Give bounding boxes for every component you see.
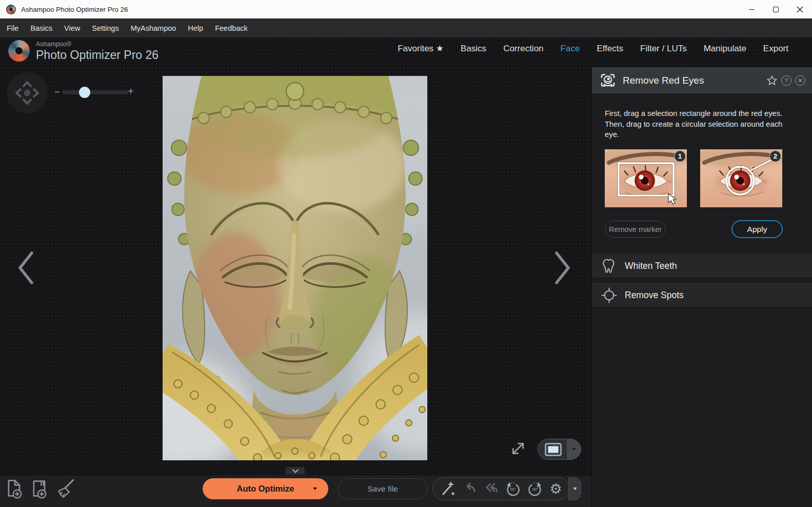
auto-optimize-button[interactable]: Auto Optimize bbox=[203, 478, 328, 499]
collapse-toolbar-tab[interactable] bbox=[286, 467, 305, 475]
tab-effects[interactable]: Effects bbox=[597, 44, 623, 54]
photo-canvas[interactable] bbox=[163, 76, 427, 460]
menu-settings[interactable]: Settings bbox=[92, 24, 118, 32]
tooth-icon bbox=[601, 258, 617, 274]
add-file-from-clipboard-button[interactable] bbox=[29, 478, 50, 501]
remove-red-eyes-panel: Remove Red Eyes ? ✕ First, drag a select… bbox=[591, 67, 812, 507]
remove-marker-button[interactable]: Remove marker bbox=[605, 221, 666, 238]
caret-down-icon bbox=[573, 488, 577, 490]
apply-button[interactable]: Apply bbox=[731, 220, 783, 238]
app-window: Ashampoo Photo Optimizer Pro 26 File Bas… bbox=[0, 0, 812, 507]
auto-optimize-label: Auto Optimize bbox=[237, 484, 294, 494]
settings-button[interactable]: ⚙ bbox=[549, 481, 562, 497]
rotate-right-label: 90° bbox=[527, 487, 543, 492]
minimize-button[interactable] bbox=[740, 0, 764, 18]
title-bar: Ashampoo Photo Optimizer Pro 26 bbox=[0, 0, 812, 18]
gear-icon: ⚙ bbox=[549, 481, 562, 497]
undo-icon bbox=[462, 481, 477, 495]
rotate-left-button[interactable]: 90° bbox=[505, 481, 521, 497]
undo-all-icon bbox=[483, 481, 499, 495]
favorite-star-icon[interactable] bbox=[766, 75, 778, 86]
remove-spots-section[interactable]: Remove Spots bbox=[592, 283, 812, 307]
step-badge: 2 bbox=[769, 150, 781, 162]
panel-header: Remove Red Eyes ? ✕ bbox=[592, 67, 812, 93]
add-file-icon bbox=[4, 478, 25, 499]
magic-wand-button[interactable] bbox=[440, 480, 455, 498]
maximize-button[interactable] bbox=[764, 0, 788, 18]
face-scan-icon bbox=[600, 72, 616, 89]
panel-instructions: First, drag a selection rectangle around… bbox=[605, 108, 787, 140]
app-logo: Ashampoo® Photo Optimizer Pro 26 bbox=[7, 39, 159, 63]
tab-correction[interactable]: Correction bbox=[503, 44, 543, 54]
fullscreen-button[interactable] bbox=[511, 441, 525, 456]
example-image-step2: 2 bbox=[700, 149, 782, 207]
menu-feedback[interactable]: Feedback bbox=[215, 24, 248, 32]
chevron-left-icon bbox=[17, 250, 34, 285]
menu-bar: File Basics View Settings MyAshampoo Hel… bbox=[0, 18, 812, 37]
example-image-step1: 1 bbox=[605, 149, 687, 207]
brand-name: Ashampoo® bbox=[36, 41, 159, 48]
tab-export[interactable]: Export bbox=[763, 44, 788, 54]
save-file-button[interactable]: Save file bbox=[338, 478, 428, 499]
tab-filter-luts[interactable]: Filter / LUTs bbox=[640, 44, 687, 54]
tab-manipulate[interactable]: Manipulate bbox=[704, 44, 746, 54]
app-icon bbox=[6, 5, 16, 14]
buddha-statue-image bbox=[163, 76, 427, 460]
pan-control[interactable] bbox=[7, 72, 48, 113]
close-icon bbox=[797, 6, 803, 13]
close-button[interactable] bbox=[788, 0, 812, 18]
main-nav-tabs: Favorites ★ Basics Correction Face Effec… bbox=[398, 43, 788, 54]
monitor-icon bbox=[545, 443, 562, 457]
menu-basics[interactable]: Basics bbox=[30, 24, 52, 32]
section-label: Remove Spots bbox=[625, 290, 684, 301]
chevron-down-icon bbox=[292, 469, 299, 473]
magic-wand-icon bbox=[440, 480, 455, 496]
zoom-slider-thumb[interactable] bbox=[79, 87, 90, 98]
minimize-icon bbox=[749, 9, 755, 10]
undo-all-button[interactable] bbox=[483, 481, 499, 497]
next-image-button[interactable] bbox=[554, 250, 571, 285]
pan-arrows-icon bbox=[7, 72, 48, 113]
auto-optimize-dropdown-icon[interactable] bbox=[313, 488, 317, 490]
broom-icon bbox=[54, 478, 75, 499]
product-name: Photo Optimizer Pro 26 bbox=[36, 48, 159, 62]
menu-file[interactable]: File bbox=[7, 24, 18, 32]
rotate-right-button[interactable]: 90° bbox=[527, 481, 543, 497]
compare-view-control[interactable] bbox=[538, 439, 581, 460]
step-badge: 1 bbox=[674, 150, 686, 162]
zoom-slider-track[interactable] bbox=[62, 90, 128, 94]
maximize-icon bbox=[773, 7, 779, 12]
panel-title: Remove Red Eyes bbox=[623, 75, 704, 86]
tab-favorites[interactable]: Favorites ★ bbox=[398, 43, 444, 54]
add-file-button[interactable] bbox=[4, 478, 25, 501]
menu-myashampoo[interactable]: MyAshampoo bbox=[131, 24, 176, 32]
clear-list-button[interactable] bbox=[54, 478, 75, 501]
help-icon[interactable]: ? bbox=[781, 75, 791, 86]
close-panel-icon[interactable]: ✕ bbox=[795, 75, 805, 86]
window-title: Ashampoo Photo Optimizer Pro 26 bbox=[21, 6, 128, 13]
menu-help[interactable]: Help bbox=[188, 24, 203, 32]
menu-view[interactable]: View bbox=[64, 24, 80, 32]
tab-face[interactable]: Face bbox=[561, 44, 580, 54]
quick-tools-group: 90° 90° ⚙ bbox=[432, 477, 570, 500]
previous-image-button[interactable] bbox=[17, 250, 34, 285]
target-icon bbox=[601, 287, 617, 303]
tab-basics[interactable]: Basics bbox=[461, 44, 486, 54]
chevron-right-icon bbox=[554, 250, 571, 285]
section-label: Whiten Teeth bbox=[625, 261, 677, 271]
expand-icon bbox=[511, 441, 525, 456]
caret-down-icon bbox=[572, 448, 576, 451]
rotate-left-label: 90° bbox=[505, 487, 521, 492]
logo-swirl-icon bbox=[7, 39, 31, 63]
zoom-in-button[interactable]: + bbox=[128, 86, 134, 98]
zoom-out-button[interactable]: − bbox=[54, 87, 60, 98]
undo-button[interactable] bbox=[462, 481, 477, 497]
add-clipboard-icon bbox=[29, 478, 50, 499]
whiten-teeth-section[interactable]: Whiten Teeth bbox=[592, 254, 812, 278]
tools-dropdown-button[interactable] bbox=[568, 477, 581, 500]
